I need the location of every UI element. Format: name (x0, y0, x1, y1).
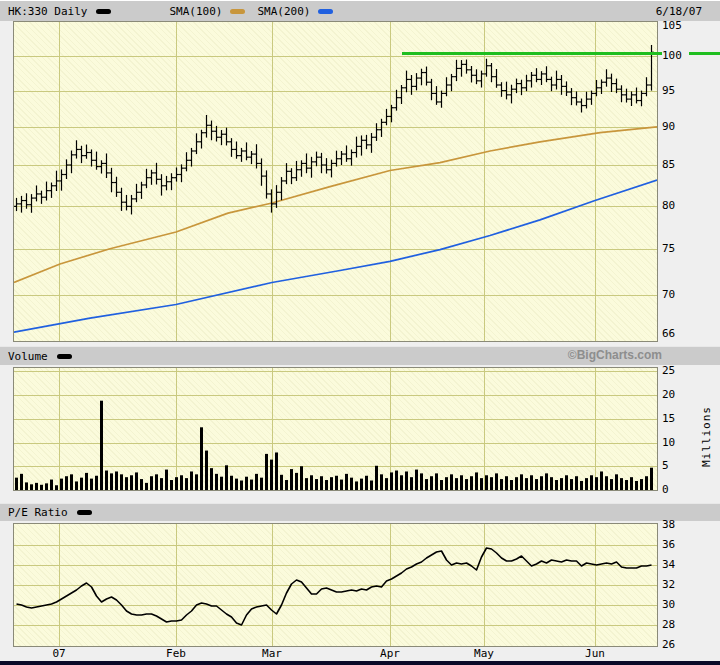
volume-panel-label: Volume (8, 350, 48, 363)
time-axis-label: 07 (42, 648, 76, 660)
price-series-swatch-icon (96, 9, 111, 14)
price-alert-line-axis-segment (689, 52, 720, 55)
pe-axis-tick: 28 (662, 619, 696, 631)
symbol-timeframe-label: HK:330 Daily (8, 5, 87, 18)
price-axis-tick: 66 (662, 328, 696, 340)
sma100-legend-label: SMA(100) (169, 5, 222, 18)
time-axis-label: Feb (159, 648, 193, 660)
price-axis-tick: 90 (662, 121, 696, 133)
volume-axis-tick: 10 (662, 437, 696, 449)
volume-axis-tick: 20 (662, 389, 696, 401)
pe-axis-tick: 36 (662, 539, 696, 551)
pe-axis-tick: 26 (662, 639, 696, 651)
price-axis-tick: 95 (662, 85, 696, 97)
volume-axis-tick: 0 (662, 484, 696, 496)
pe-axis-tick: 34 (662, 559, 696, 571)
pe-swatch-icon (77, 510, 92, 515)
pe-axis-tick: 32 (662, 579, 696, 591)
price-panel (13, 21, 658, 342)
pe-panel (13, 523, 658, 647)
price-axis-tick: 80 (662, 200, 696, 212)
time-axis-label: Jun (578, 648, 612, 660)
bigcharts-stock-chart: HK:330 Daily SMA(100) SMA(200) 6/18/07 V… (0, 0, 720, 665)
sma200-swatch-icon (318, 9, 333, 14)
volume-panel (13, 367, 658, 491)
time-axis-label: Mar (255, 648, 289, 660)
pe-header-band: P/E Ratio (0, 503, 720, 521)
chart-bottom-border (0, 661, 720, 665)
sma100-swatch-icon (230, 9, 245, 14)
price-axis-tick: 105 (662, 20, 696, 32)
volume-units-label: Millions (700, 392, 713, 467)
volume-axis-tick: 15 (662, 413, 696, 425)
volume-axis-tick: 25 (662, 365, 696, 377)
pe-panel-label: P/E Ratio (8, 506, 68, 519)
pe-plot-canvas (14, 524, 657, 646)
price-axis-tick: 85 (662, 159, 696, 171)
price-alert-line (402, 52, 662, 55)
volume-swatch-icon (57, 354, 72, 359)
bigcharts-watermark: ©BigCharts.com (568, 348, 662, 362)
time-axis-label: May (467, 648, 501, 660)
volume-plot-canvas (14, 368, 657, 490)
price-plot-canvas (14, 22, 657, 341)
chart-date-label: 6/18/07 (656, 5, 702, 18)
volume-axis-tick: 5 (662, 460, 696, 472)
pe-axis-tick: 38 (662, 519, 696, 531)
sma200-legend-label: SMA(200) (257, 5, 310, 18)
chart-header-bar: HK:330 Daily SMA(100) SMA(200) 6/18/07 (0, 0, 720, 21)
price-axis-tick: 75 (662, 243, 696, 255)
price-axis-tick: 70 (662, 289, 696, 301)
time-axis-label: Apr (373, 648, 407, 660)
pe-axis-tick: 30 (662, 599, 696, 611)
